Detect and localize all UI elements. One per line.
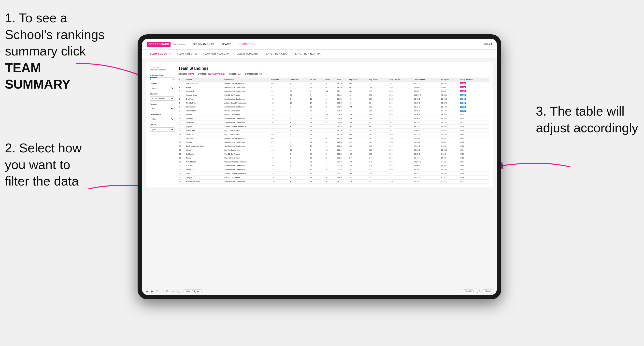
cell-record: 9-12-1 [440,160,459,164]
back-icon[interactable]: ◀ [146,290,148,293]
subnav-player-h2h-grid[interactable]: PLAYER H2H GRID [262,50,291,58]
minimum-rank-filter: Minimum Rou... 4 30 [150,74,174,80]
copy-icon[interactable]: ⧉ [166,290,168,293]
school-select[interactable]: (All) [150,127,174,132]
cell-school: Arizona State [185,93,224,97]
cell-record: 17-9-0 [440,125,459,129]
cell-wins: 277.0 [336,121,348,125]
fullscreen-icon[interactable]: ⛶ [477,290,480,293]
cell-wins: 276.9 [336,117,348,121]
cell-conference: Atlantic Coast Conference [224,172,270,176]
cell-reg-rank: - 4 [270,152,289,156]
subnav-player-h2h-heatmap[interactable]: PLAYER H2H HEATMAP [290,50,325,58]
rank-slider[interactable] [150,77,174,78]
col-adj-score: Adj. Score [348,78,368,81]
table-row: 24 Duke Atlantic Coast Conference - 5 9 … [178,172,489,176]
subnav-player-summary[interactable]: PLAYER SUMMARY [232,50,262,58]
cell-points: 80.04 [459,117,489,121]
tablet-screen: SCOREBOARD Powered by clippi TOURNAMENTS… [142,39,497,295]
division-select[interactable]: NCAA Division I [150,96,174,101]
cell-adj-score: -3.1 [348,176,368,180]
cell-conference: Southeastern Conference [224,97,270,101]
home-icon[interactable]: ⌂ [162,290,164,293]
nav-teams[interactable]: TEAMS [222,43,231,46]
cell-no-tour: 23 [309,117,325,121]
step2-line1: 2. Select how [5,141,82,155]
cell-record: 11-19-0 [440,105,459,109]
cell-adj-score: -9.5 [348,105,368,109]
cell-avg-par: 2.2 [368,101,389,105]
cell-avg-low: 260 [389,152,413,156]
cell-adj-score: -3.8 [348,121,368,125]
cell-school: Texas Tech [185,129,224,133]
table-row: 23 Texas A&M Southeastern Conference - 4… [178,168,489,172]
cell-rnds: 1 [325,125,336,129]
cell-record: 13-24-1 [440,117,459,121]
cell-no-tour: 23 [309,121,325,125]
cell-avg-low: 267 [389,129,413,133]
cell-avg-par: 1.28 [368,164,389,168]
cell-adj-score: -4.4 [348,101,368,105]
cell-rank: 3 [178,89,185,93]
cell-wins: 276.3 [336,109,348,113]
sign-out-button[interactable]: Sign out [483,43,492,45]
view-original-button[interactable]: View: Original [184,289,202,293]
cell-points: 82.98 [459,172,489,176]
cell-avg-par: 1.3 [368,168,389,172]
cell-rank: 8 [178,109,185,113]
cell-reg-rank: - 1 [270,93,289,97]
cell-no-tour: 8 [309,113,325,117]
cell-conference: Southeastern Conference [224,168,270,172]
nav-tournaments[interactable]: TOURNAMENTS [192,43,214,46]
cell-conference: Southeastern Conference [224,144,270,148]
nav-committee[interactable]: COMMITTEE [238,43,256,46]
cell-conference: Big 12 Conference [224,156,270,160]
region-filter: Region N/A [150,103,174,111]
cell-points: 88.13 [459,180,489,183]
share-button[interactable]: Share [482,289,493,293]
table-row: 15 Georgia Tech Atlantic Coast Conferenc… [178,137,489,140]
cell-adj-score: -3.5 [348,129,368,133]
watch-button[interactable]: Watch [463,289,474,293]
region-select[interactable]: N/A [150,107,174,111]
cell-conf-rank: 7 [289,156,309,160]
cell-overall: 80-25-2 [413,140,440,144]
cell-conf-rank: 6 [289,97,309,101]
cell-conference: Southeastern Conference [224,105,270,109]
cell-record: 30-15-0 [440,133,459,137]
cell-rnds: 0 [325,180,336,183]
forward-icon[interactable]: ▶ [151,290,153,293]
table-row: 11 Arkansas Southeastern Conference - 6 … [178,121,489,125]
cell-avg-par: 1.85 [368,133,389,137]
cell-avg-low: 269 [389,156,413,160]
subnav-team-summary[interactable]: TEAM SUMMARY [147,50,174,58]
cell-points: 86.58 [459,89,489,93]
table-row: 19 California Pac-12 Conference - 4 8 24… [178,152,489,156]
cell-points: 87.21 [459,85,489,89]
cell-conference: Southeastern Conference [224,164,270,168]
clock-icon[interactable]: 🕐 [177,290,180,293]
cell-school: Arizona [185,113,224,117]
gender-select[interactable]: Men's [150,86,174,90]
subnav-team-h2h-heatmap[interactable]: TEAM H2H HEATMAP [200,50,232,58]
cell-rnds: 2 [325,129,336,133]
cell-rank: 6 [178,101,185,105]
subnav-team-h2h-grid[interactable]: TEAM H2H GRID [174,50,200,58]
cell-reg-rank: - 4 [270,81,289,85]
cell-wins: 276.9 [336,137,348,140]
cell-reg-rank: - 2 [270,109,289,113]
conference-filter-display: Conference: All [245,73,262,75]
cell-overall: 61-21-0 [413,105,440,109]
instruction-step1: 1. To see a School's rankings summary cl… [5,10,108,93]
refresh-icon[interactable]: ↻ [156,290,159,293]
division-filter: Division NCAA Division I [150,93,174,101]
cell-avg-low: 262 [389,97,413,101]
conference-select[interactable]: (All) [150,117,174,121]
cell-conf-rank: 9 [289,160,309,164]
cell-overall: 86-25-1 [413,109,440,113]
cell-wins: 277.5 [336,140,348,144]
cell-overall: 59-41-4 [413,156,440,160]
cell-avg-low: 271 [389,176,413,180]
cell-avg-par: 1.86 [368,117,389,121]
more-icon[interactable]: ··· [172,290,174,293]
